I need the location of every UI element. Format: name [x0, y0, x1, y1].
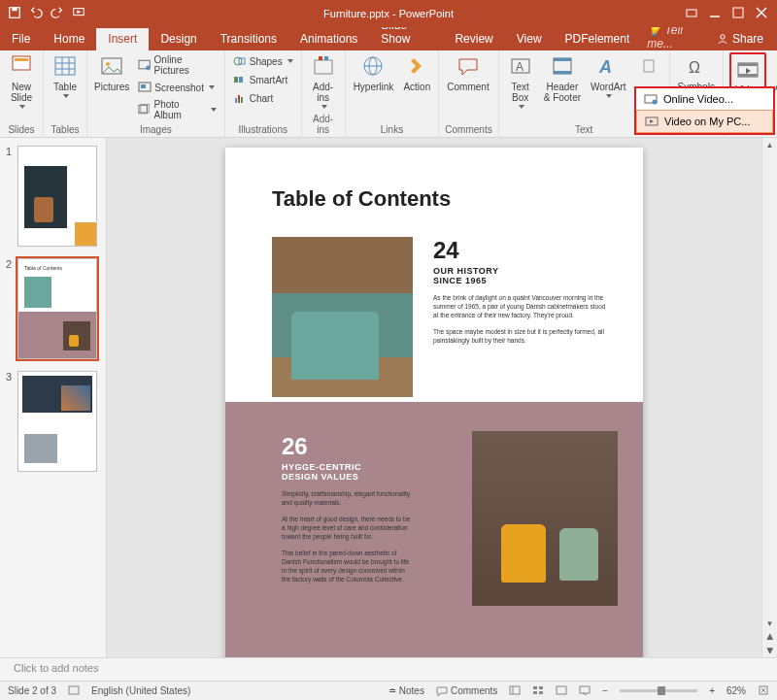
svg-rect-24 — [234, 77, 238, 83]
svg-text:Ω: Ω — [689, 59, 700, 76]
group-images: Pictures Online Pictures Screenshot Phot… — [87, 50, 225, 137]
svg-rect-8 — [15, 58, 28, 61]
status-bar: Slide 2 of 3 English (United States) ≐ N… — [0, 681, 777, 700]
thumb-2[interactable]: Table of Contents — [17, 258, 97, 359]
svg-rect-28 — [241, 97, 243, 103]
svg-rect-39 — [554, 71, 571, 74]
document-title: Furniture.pptx - PowerPoint — [323, 8, 454, 19]
svg-rect-27 — [238, 95, 240, 103]
screenshot-button[interactable]: Screenshot — [136, 79, 218, 96]
tab-view[interactable]: View — [505, 28, 554, 50]
tab-home[interactable]: Home — [42, 28, 96, 50]
menu-video-on-my-pc[interactable]: Video on My PC... — [636, 110, 773, 133]
shapes-button[interactable]: Shapes — [231, 52, 295, 70]
thumb-2-wrap[interactable]: 2 Table of Contents — [6, 258, 100, 359]
tab-review[interactable]: Review — [443, 28, 504, 50]
svg-rect-59 — [580, 686, 590, 693]
sorter-view-icon[interactable] — [532, 684, 544, 698]
zoom-slider[interactable] — [620, 689, 697, 692]
slide-2[interactable]: Table of Contents 24 OUR HISTORY SINCE 1… — [225, 148, 643, 657]
sofa-image[interactable] — [272, 237, 413, 397]
section-26[interactable]: 26 HYGGE-CENTRIC DESIGN VALUES Simplicit… — [282, 433, 413, 583]
zoom-in-icon[interactable]: + — [709, 685, 715, 696]
slide-thumbnails-panel: 1 2 Table of Contents 3 — [0, 138, 107, 657]
notes-placeholder: Click to add notes — [14, 662, 98, 674]
svg-rect-3 — [687, 10, 696, 17]
save-icon[interactable] — [8, 6, 21, 21]
slide-title[interactable]: Table of Contents — [272, 186, 451, 212]
addins-button[interactable]: Add- ins — [308, 52, 339, 111]
fit-to-window-icon[interactable] — [758, 684, 769, 698]
thumb-3-wrap[interactable]: 3 — [6, 371, 100, 472]
slide-canvas[interactable]: Table of Contents 24 OUR HISTORY SINCE 1… — [107, 138, 761, 657]
text-more-button[interactable] — [634, 52, 663, 82]
new-slide-button[interactable]: New Slide — [6, 52, 37, 111]
reading-view-icon[interactable] — [556, 684, 567, 698]
mauve-section: 26 HYGGE-CENTRIC DESIGN VALUES Simplicit… — [225, 402, 643, 657]
minimize-icon[interactable] — [709, 7, 721, 20]
quick-access-toolbar — [0, 6, 93, 21]
pictures-button[interactable]: Pictures — [93, 52, 130, 94]
svg-rect-56 — [533, 691, 537, 694]
svg-point-49 — [653, 100, 658, 105]
prev-slide-icon[interactable]: ⯅ — [762, 630, 777, 644]
chart-button[interactable]: Chart — [231, 89, 295, 107]
svg-point-17 — [146, 65, 151, 70]
undo-icon[interactable] — [29, 6, 43, 21]
text-box-button[interactable]: A Text Box — [505, 52, 536, 111]
video-dropdown-menu: Online Video... Video on My PC... — [634, 86, 775, 135]
notes-pane[interactable]: Click to add notes — [0, 657, 777, 681]
maximize-icon[interactable] — [732, 7, 744, 20]
svg-text:A: A — [598, 57, 612, 77]
tab-insert[interactable]: Insert — [96, 28, 149, 50]
normal-view-icon[interactable] — [509, 684, 521, 698]
online-pictures-button[interactable]: Online Pictures — [136, 52, 218, 78]
svg-rect-9 — [55, 57, 75, 75]
header-footer-button[interactable]: Header & Footer — [542, 52, 583, 105]
thumb-1-wrap[interactable]: 1 — [6, 146, 100, 247]
slide-position[interactable]: Slide 2 of 3 — [8, 685, 56, 696]
wordart-button[interactable]: A WordArt — [589, 52, 628, 100]
hyperlink-button[interactable]: Hyperlink — [352, 52, 396, 94]
comments-toggle[interactable]: Comments — [436, 685, 497, 697]
tab-file[interactable]: File — [0, 28, 42, 50]
thumb-1[interactable] — [17, 146, 97, 247]
thumb-3[interactable] — [17, 371, 97, 472]
zoom-level[interactable]: 62% — [726, 685, 746, 696]
section-24[interactable]: 24 OUR HISTORY SINCE 1965 As the brink o… — [433, 237, 608, 345]
smartart-button[interactable]: SmartArt — [231, 71, 295, 88]
tab-pdfelement[interactable]: PDFelement — [554, 28, 642, 50]
menu-online-video[interactable]: Online Video... — [636, 88, 773, 110]
comment-button[interactable]: Comment — [445, 52, 490, 94]
vertical-scrollbar[interactable]: ▲ ▼ ⯅ ⯆ — [761, 138, 777, 657]
next-slide-icon[interactable]: ⯆ — [762, 644, 777, 657]
share-button[interactable]: Share — [703, 28, 777, 50]
action-button[interactable]: Action — [401, 52, 432, 94]
work-area: 1 2 Table of Contents 3 Table of Content… — [0, 138, 777, 657]
ribbon-display-icon[interactable] — [686, 7, 697, 20]
redo-icon[interactable] — [51, 6, 64, 21]
photo-album-button[interactable]: Photo Album — [136, 97, 218, 122]
scroll-down-icon[interactable]: ▼ — [762, 617, 777, 630]
svg-point-15 — [106, 62, 110, 66]
slideshow-view-icon[interactable] — [579, 684, 591, 698]
svg-rect-55 — [539, 686, 543, 689]
zoom-out-icon[interactable]: − — [602, 685, 608, 696]
notes-toggle[interactable]: ≐ Notes — [388, 685, 424, 696]
svg-rect-1 — [12, 8, 17, 12]
scroll-up-icon[interactable]: ▲ — [762, 138, 777, 151]
tab-animations[interactable]: Animations — [288, 28, 369, 50]
menu-tabs: File Home Insert Design Transitions Anim… — [0, 27, 777, 50]
svg-rect-54 — [533, 686, 537, 689]
language-status[interactable]: English (United States) — [91, 685, 190, 696]
tab-transitions[interactable]: Transitions — [209, 28, 288, 50]
tell-me[interactable]: 💡 Tell me... — [647, 23, 703, 50]
tab-design[interactable]: Design — [149, 28, 208, 50]
chairs-image[interactable] — [472, 431, 618, 606]
close-icon[interactable] — [756, 7, 767, 20]
table-button[interactable]: Table — [50, 52, 81, 100]
start-slideshow-icon[interactable] — [72, 6, 85, 21]
group-comments: Comment Comments — [439, 50, 498, 137]
spell-check-icon[interactable] — [68, 684, 80, 698]
window-controls — [676, 7, 777, 20]
